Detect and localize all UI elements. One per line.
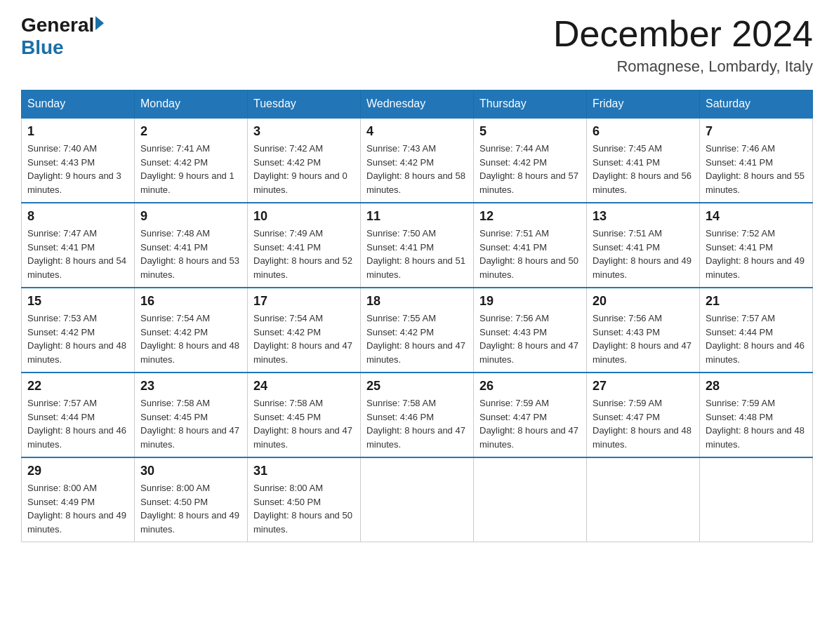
day-number: 8 xyxy=(27,209,128,224)
day-info: Sunrise: 7:50 AMSunset: 4:41 PMDaylight:… xyxy=(366,228,465,280)
table-row: 28Sunrise: 7:59 AMSunset: 4:48 PMDayligh… xyxy=(700,373,813,457)
day-number: 25 xyxy=(366,379,468,394)
day-number: 27 xyxy=(593,379,694,394)
day-info: Sunrise: 7:59 AMSunset: 4:47 PMDaylight:… xyxy=(593,398,691,450)
day-info: Sunrise: 7:44 AMSunset: 4:42 PMDaylight:… xyxy=(479,143,578,195)
month-title: December 2024 xyxy=(553,14,813,54)
day-number: 17 xyxy=(253,294,355,309)
day-info: Sunrise: 7:56 AMSunset: 4:43 PMDaylight:… xyxy=(479,313,578,365)
day-info: Sunrise: 7:49 AMSunset: 4:41 PMDaylight:… xyxy=(253,228,352,280)
day-number: 13 xyxy=(593,209,694,224)
table-row xyxy=(700,457,813,542)
day-number: 24 xyxy=(253,379,355,394)
table-row: 13Sunrise: 7:51 AMSunset: 4:41 PMDayligh… xyxy=(587,203,700,288)
table-row xyxy=(587,457,700,542)
table-row: 12Sunrise: 7:51 AMSunset: 4:41 PMDayligh… xyxy=(474,203,587,288)
day-info: Sunrise: 7:54 AMSunset: 4:42 PMDaylight:… xyxy=(253,313,352,365)
day-number: 16 xyxy=(140,294,241,309)
table-row: 14Sunrise: 7:52 AMSunset: 4:41 PMDayligh… xyxy=(700,203,813,288)
day-number: 22 xyxy=(27,379,128,394)
day-number: 1 xyxy=(27,124,128,139)
day-info: Sunrise: 7:43 AMSunset: 4:42 PMDaylight:… xyxy=(366,143,465,195)
day-number: 18 xyxy=(366,294,468,309)
col-thursday: Thursday xyxy=(474,90,587,119)
day-number: 19 xyxy=(479,294,581,309)
day-number: 11 xyxy=(366,209,468,224)
table-row: 1Sunrise: 7:40 AMSunset: 4:43 PMDaylight… xyxy=(22,118,135,203)
day-number: 4 xyxy=(366,124,468,139)
day-info: Sunrise: 7:55 AMSunset: 4:42 PMDaylight:… xyxy=(366,313,465,365)
day-number: 5 xyxy=(479,124,581,139)
day-info: Sunrise: 7:58 AMSunset: 4:46 PMDaylight:… xyxy=(366,398,465,450)
table-row: 23Sunrise: 7:58 AMSunset: 4:45 PMDayligh… xyxy=(135,373,248,457)
day-info: Sunrise: 8:00 AMSunset: 4:50 PMDaylight:… xyxy=(253,483,352,535)
day-number: 10 xyxy=(253,209,355,224)
table-row: 18Sunrise: 7:55 AMSunset: 4:42 PMDayligh… xyxy=(361,288,474,373)
table-row: 17Sunrise: 7:54 AMSunset: 4:42 PMDayligh… xyxy=(248,288,361,373)
day-info: Sunrise: 7:56 AMSunset: 4:43 PMDaylight:… xyxy=(593,313,691,365)
logo: General Blue xyxy=(21,14,104,59)
day-info: Sunrise: 7:48 AMSunset: 4:41 PMDaylight:… xyxy=(140,228,239,280)
day-number: 21 xyxy=(706,294,807,309)
day-number: 2 xyxy=(140,124,241,139)
table-row: 27Sunrise: 7:59 AMSunset: 4:47 PMDayligh… xyxy=(587,373,700,457)
day-number: 9 xyxy=(140,209,241,224)
day-info: Sunrise: 7:51 AMSunset: 4:41 PMDaylight:… xyxy=(479,228,578,280)
page-header: General Blue December 2024 Romagnese, Lo… xyxy=(21,14,813,76)
day-info: Sunrise: 7:53 AMSunset: 4:42 PMDaylight:… xyxy=(27,313,126,365)
day-info: Sunrise: 7:40 AMSunset: 4:43 PMDaylight:… xyxy=(27,143,121,195)
day-number: 14 xyxy=(706,209,807,224)
table-row: 21Sunrise: 7:57 AMSunset: 4:44 PMDayligh… xyxy=(700,288,813,373)
day-number: 28 xyxy=(706,379,807,394)
table-row: 19Sunrise: 7:56 AMSunset: 4:43 PMDayligh… xyxy=(474,288,587,373)
table-row: 3Sunrise: 7:42 AMSunset: 4:42 PMDaylight… xyxy=(248,118,361,203)
logo-general-text: General xyxy=(21,14,94,36)
table-row: 4Sunrise: 7:43 AMSunset: 4:42 PMDaylight… xyxy=(361,118,474,203)
day-number: 30 xyxy=(140,464,241,478)
day-info: Sunrise: 7:42 AMSunset: 4:42 PMDaylight:… xyxy=(253,143,348,195)
col-friday: Friday xyxy=(587,90,700,119)
table-row xyxy=(474,457,587,542)
day-info: Sunrise: 7:57 AMSunset: 4:44 PMDaylight:… xyxy=(27,398,126,450)
calendar-table: Sunday Monday Tuesday Wednesday Thursday… xyxy=(21,90,813,542)
day-number: 3 xyxy=(253,124,355,139)
table-row: 9Sunrise: 7:48 AMSunset: 4:41 PMDaylight… xyxy=(135,203,248,288)
location-text: Romagnese, Lombardy, Italy xyxy=(553,58,813,76)
table-row: 25Sunrise: 7:58 AMSunset: 4:46 PMDayligh… xyxy=(361,373,474,457)
day-info: Sunrise: 7:57 AMSunset: 4:44 PMDaylight:… xyxy=(706,313,805,365)
col-wednesday: Wednesday xyxy=(361,90,474,119)
col-tuesday: Tuesday xyxy=(248,90,361,119)
day-info: Sunrise: 8:00 AMSunset: 4:49 PMDaylight:… xyxy=(27,483,126,535)
day-number: 31 xyxy=(253,464,355,478)
calendar-week-row: 22Sunrise: 7:57 AMSunset: 4:44 PMDayligh… xyxy=(22,373,813,457)
day-info: Sunrise: 8:00 AMSunset: 4:50 PMDaylight:… xyxy=(140,483,239,535)
day-info: Sunrise: 7:58 AMSunset: 4:45 PMDaylight:… xyxy=(253,398,352,450)
table-row: 5Sunrise: 7:44 AMSunset: 4:42 PMDaylight… xyxy=(474,118,587,203)
table-row: 20Sunrise: 7:56 AMSunset: 4:43 PMDayligh… xyxy=(587,288,700,373)
title-area: December 2024 Romagnese, Lombardy, Italy xyxy=(553,14,813,76)
day-info: Sunrise: 7:54 AMSunset: 4:42 PMDaylight:… xyxy=(140,313,239,365)
day-number: 15 xyxy=(27,294,128,309)
day-info: Sunrise: 7:59 AMSunset: 4:47 PMDaylight:… xyxy=(479,398,578,450)
table-row: 26Sunrise: 7:59 AMSunset: 4:47 PMDayligh… xyxy=(474,373,587,457)
day-number: 29 xyxy=(27,464,128,478)
day-info: Sunrise: 7:46 AMSunset: 4:41 PMDaylight:… xyxy=(706,143,805,195)
table-row: 31Sunrise: 8:00 AMSunset: 4:50 PMDayligh… xyxy=(248,457,361,542)
day-info: Sunrise: 7:51 AMSunset: 4:41 PMDaylight:… xyxy=(593,228,691,280)
day-number: 26 xyxy=(479,379,581,394)
day-number: 6 xyxy=(593,124,694,139)
calendar-header-row: Sunday Monday Tuesday Wednesday Thursday… xyxy=(22,90,813,119)
table-row: 30Sunrise: 8:00 AMSunset: 4:50 PMDayligh… xyxy=(135,457,248,542)
day-info: Sunrise: 7:41 AMSunset: 4:42 PMDaylight:… xyxy=(140,143,234,195)
table-row: 11Sunrise: 7:50 AMSunset: 4:41 PMDayligh… xyxy=(361,203,474,288)
day-number: 7 xyxy=(706,124,807,139)
day-info: Sunrise: 7:59 AMSunset: 4:48 PMDaylight:… xyxy=(706,398,805,450)
table-row: 15Sunrise: 7:53 AMSunset: 4:42 PMDayligh… xyxy=(22,288,135,373)
table-row xyxy=(361,457,474,542)
day-info: Sunrise: 7:47 AMSunset: 4:41 PMDaylight:… xyxy=(27,228,126,280)
day-info: Sunrise: 7:45 AMSunset: 4:41 PMDaylight:… xyxy=(593,143,691,195)
calendar-week-row: 15Sunrise: 7:53 AMSunset: 4:42 PMDayligh… xyxy=(22,288,813,373)
table-row: 16Sunrise: 7:54 AMSunset: 4:42 PMDayligh… xyxy=(135,288,248,373)
logo-triangle-icon xyxy=(95,16,104,30)
calendar-week-row: 8Sunrise: 7:47 AMSunset: 4:41 PMDaylight… xyxy=(22,203,813,288)
